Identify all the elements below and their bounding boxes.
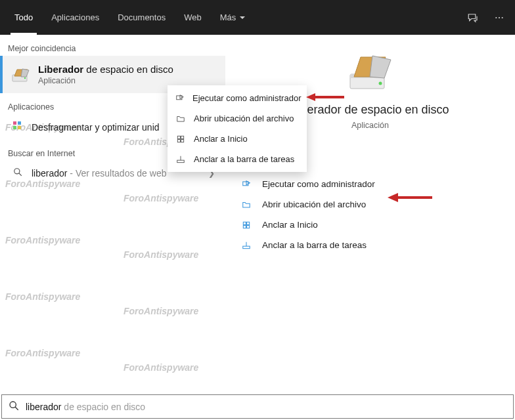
svg-rect-21 <box>177 95 182 99</box>
tab-web[interactable]: Web <box>175 0 211 35</box>
svg-point-4 <box>24 77 26 78</box>
action-pin-start[interactable]: Anclar a Inicio <box>241 215 515 235</box>
svg-point-13 <box>378 82 382 85</box>
pin-taskbar-icon <box>241 241 252 250</box>
ctx-label: Ejecutar como administrador <box>192 93 301 103</box>
svg-rect-7 <box>13 126 16 129</box>
svg-rect-15 <box>243 181 248 185</box>
section-best-match: Mejor coincidencia <box>0 35 225 56</box>
tab-mas[interactable]: Más <box>211 0 255 35</box>
ctx-pin-taskbar[interactable]: Anclar a la barra de tareas <box>168 149 307 169</box>
action-run-admin[interactable]: Ejecutar como administrador <box>241 174 515 194</box>
ctx-pin-start[interactable]: Anclar a Inicio <box>168 129 307 149</box>
chevron-down-icon <box>240 16 245 19</box>
web-search-label: liberador - Ver resultados de web <box>32 168 166 178</box>
svg-point-1 <box>499 16 500 18</box>
admin-icon <box>175 94 185 103</box>
tab-documentos[interactable]: Documentos <box>108 0 175 35</box>
search-icon <box>12 167 24 178</box>
svg-rect-8 <box>18 126 21 129</box>
svg-line-10 <box>19 173 22 176</box>
list-item-label: Desfragmentar y optimizar unid <box>32 122 160 133</box>
pin-start-icon <box>175 135 186 144</box>
tab-mas-label: Más <box>220 12 236 22</box>
svg-rect-26 <box>177 160 185 163</box>
svg-rect-17 <box>247 222 250 224</box>
action-label: Anclar a la barra de tareas <box>262 240 367 250</box>
search-tab-bar: Todo Aplicaciones Documentos Web Más <box>0 0 515 35</box>
svg-rect-22 <box>177 136 180 138</box>
svg-rect-23 <box>181 136 184 138</box>
svg-rect-16 <box>243 222 246 224</box>
pin-start-icon <box>241 220 252 230</box>
best-match-title: Liberador de espacio en disco <box>38 64 173 75</box>
svg-rect-24 <box>177 139 180 142</box>
ctx-label: Anclar a Inicio <box>194 134 248 144</box>
action-pin-taskbar[interactable]: Anclar a la barra de tareas <box>241 235 515 255</box>
search-bar[interactable]: liberador de espacio en disco <box>1 394 514 419</box>
action-label: Abrir ubicación del archivo <box>262 200 366 209</box>
ctx-open-location[interactable]: Abrir ubicación del archivo <box>168 108 307 129</box>
search-icon <box>9 400 19 413</box>
feedback-icon[interactable] <box>460 0 486 35</box>
action-open-location[interactable]: Abrir ubicación del archivo <box>241 194 515 215</box>
svg-rect-5 <box>13 121 16 125</box>
svg-rect-20 <box>243 246 250 249</box>
svg-rect-6 <box>18 121 21 125</box>
defrag-icon <box>12 121 24 133</box>
ctx-label: Anclar a la barra de tareas <box>194 154 294 164</box>
svg-point-0 <box>495 16 497 18</box>
admin-icon <box>241 180 252 189</box>
folder-icon <box>241 200 252 209</box>
svg-point-9 <box>14 169 20 174</box>
more-icon[interactable] <box>486 0 512 35</box>
tab-todo[interactable]: Todo <box>5 0 42 35</box>
svg-point-31 <box>10 402 16 408</box>
search-input-text: liberador de espacio en disco <box>26 401 145 413</box>
pin-taskbar-icon <box>175 155 186 164</box>
ctx-label: Abrir ubicación del archivo <box>194 114 294 123</box>
svg-line-32 <box>15 407 18 410</box>
disk-cleanup-icon <box>12 68 30 81</box>
folder-icon <box>175 114 186 123</box>
best-match-subtitle: Aplicación <box>38 76 173 85</box>
svg-rect-18 <box>243 225 246 228</box>
svg-rect-19 <box>247 225 250 228</box>
context-menu: Ejecutar como administrador Abrir ubicac… <box>168 85 307 172</box>
action-label: Anclar a Inicio <box>262 220 318 230</box>
ctx-run-admin[interactable]: Ejecutar como administrador <box>168 88 307 108</box>
svg-point-2 <box>502 16 503 18</box>
tab-aplicaciones[interactable]: Aplicaciones <box>42 0 108 35</box>
action-label: Ejecutar como administrador <box>262 179 375 189</box>
svg-rect-25 <box>181 139 184 142</box>
